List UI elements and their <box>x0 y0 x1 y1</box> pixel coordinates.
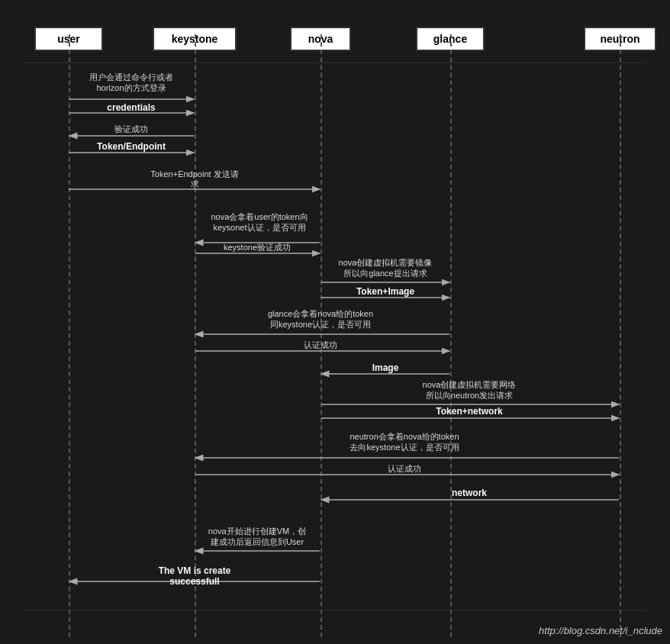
watermark: http://blog.csdn.net/i_nclude <box>539 625 662 636</box>
svg-text:所以向neutron发出请求: 所以向neutron发出请求 <box>426 391 513 400</box>
sequence-arrows: 用户会通过命令行或者 horizon的方式登录 credentials 验证成功… <box>0 0 670 644</box>
svg-text:Token+Image: Token+Image <box>356 286 414 297</box>
svg-text:nova创建虚拟机需要镜像: nova创建虚拟机需要镜像 <box>339 258 433 267</box>
svg-text:建成功后返回信息到User: 建成功后返回信息到User <box>210 537 304 546</box>
svg-text:glance会拿着nova给的token: glance会拿着nova给的token <box>268 309 373 318</box>
svg-text:用户会通过命令行或者: 用户会通过命令行或者 <box>89 72 173 82</box>
svg-text:去向keystone认证，是否可用: 去向keystone认证，是否可用 <box>349 443 459 452</box>
svg-text:Image: Image <box>372 362 399 373</box>
svg-text:Token+Endpoint 发送请: Token+Endpoint 发送请 <box>150 169 238 179</box>
svg-text:Token+network: Token+network <box>436 406 503 417</box>
svg-text:Token/Endpoint: Token/Endpoint <box>97 141 166 152</box>
svg-text:nova创建虚拟机需要网络: nova创建虚拟机需要网络 <box>423 380 517 389</box>
svg-text:neutron会拿着nova给的token: neutron会拿着nova给的token <box>349 432 459 441</box>
svg-text:nova开始进行创建VM，创: nova开始进行创建VM，创 <box>208 526 306 536</box>
svg-text:The VM is create: The VM is create <box>159 565 231 576</box>
svg-text:keystone验证成功: keystone验证成功 <box>224 243 291 252</box>
svg-text:network: network <box>452 488 487 498</box>
svg-text:keysonet认证，是否可用: keysonet认证，是否可用 <box>213 223 305 232</box>
svg-text:所以向glance提出请求: 所以向glance提出请求 <box>343 269 427 278</box>
svg-text:credentials: credentials <box>107 102 156 113</box>
svg-text:求: 求 <box>191 179 199 188</box>
svg-text:nova会拿着user的token向: nova会拿着user的token向 <box>211 212 308 221</box>
svg-text:验证成功: 验证成功 <box>114 124 148 134</box>
svg-text:认证成功: 认证成功 <box>304 340 337 349</box>
svg-text:认证成功: 认证成功 <box>388 464 421 473</box>
svg-text:horizon的方式登录: horizon的方式登录 <box>96 83 166 92</box>
diagram-container: user keystone nova glance neutron 用户会通过命… <box>0 0 670 644</box>
svg-text:同keystone认证，是否可用: 同keystone认证，是否可用 <box>270 320 371 329</box>
svg-text:successfull: successfull <box>169 576 219 587</box>
